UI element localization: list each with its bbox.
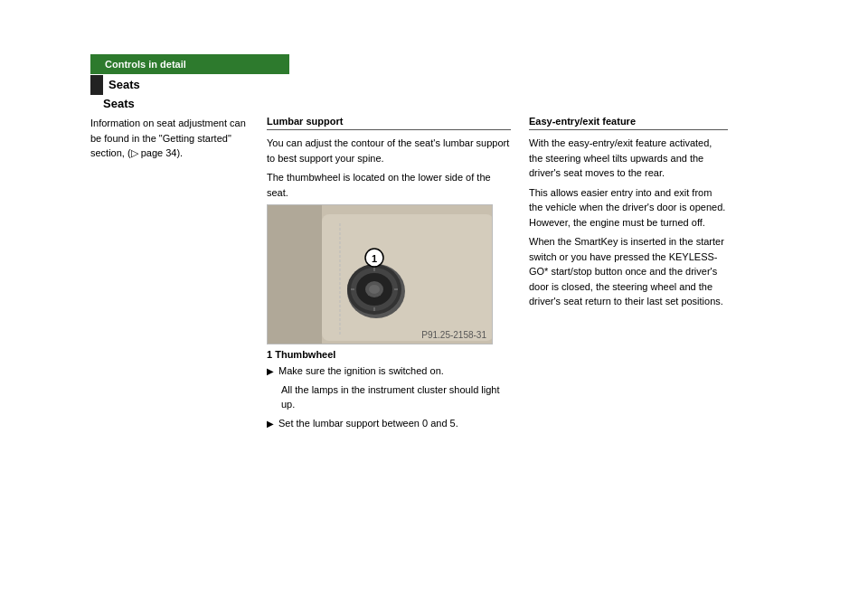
svg-point-9	[369, 285, 380, 294]
section-block	[90, 75, 103, 95]
mid-col-heading: Lumbar support	[267, 116, 511, 130]
svg-text:1: 1	[372, 253, 377, 264]
section-header: Controls in detail	[90, 54, 289, 74]
page-container: Controls in detail Seats Seats Informati…	[0, 54, 868, 613]
image-ref-label: P91.25-2158-31	[421, 330, 486, 340]
right-col-para1: With the easy-entry/exit feature activat…	[529, 136, 728, 181]
caption-number: 1	[267, 349, 272, 360]
svg-rect-1	[268, 205, 322, 344]
arrow-icon-1: ▶	[267, 364, 274, 378]
seat-image: 1 P91.25-2158-31	[267, 204, 493, 344]
mid-col-para1: You can adjust the contour of the seat's…	[267, 136, 511, 165]
bullet-text-1: Make sure the ignition is switched on.	[278, 363, 444, 379]
right-col-heading: Easy-entry/exit feature	[529, 116, 728, 130]
left-col-text: Information on seat adjustment can be fo…	[90, 116, 249, 161]
sub-bullet-1: All the lamps in the instrument cluster …	[281, 382, 511, 412]
mid-column: Lumbar support You can adjust the contou…	[267, 116, 511, 434]
content-area: Information on seat adjustment can be fo…	[90, 116, 778, 434]
arrow-icon-2: ▶	[267, 417, 274, 430]
bullet-item-2: ▶ Set the lumbar support between 0 and 5…	[267, 416, 511, 431]
caption-text: Thumbwheel	[275, 349, 335, 360]
bullet-item-1: ▶ Make sure the ignition is switched on.	[267, 363, 511, 379]
mid-col-para2: The thumbwheel is located on the lower s…	[267, 170, 511, 200]
caption-line: 1 Thumbwheel	[267, 349, 511, 360]
right-col-para2: This allows easier entry into and exit f…	[529, 185, 728, 231]
section-header-label: Controls in detail	[105, 59, 186, 70]
left-column: Information on seat adjustment can be fo…	[90, 116, 249, 434]
section-indicator-row: Seats	[90, 74, 868, 95]
svg-rect-2	[322, 214, 493, 341]
seat-svg: 1	[268, 205, 493, 344]
page-subtitle: Seats	[103, 97, 868, 110]
right-column: Easy-entry/exit feature With the easy-en…	[529, 116, 728, 434]
section-title: Seats	[108, 74, 140, 95]
bullet-text-2: Set the lumbar support between 0 and 5.	[278, 416, 458, 431]
right-col-para3: When the SmartKey is inserted in the sta…	[529, 234, 728, 309]
